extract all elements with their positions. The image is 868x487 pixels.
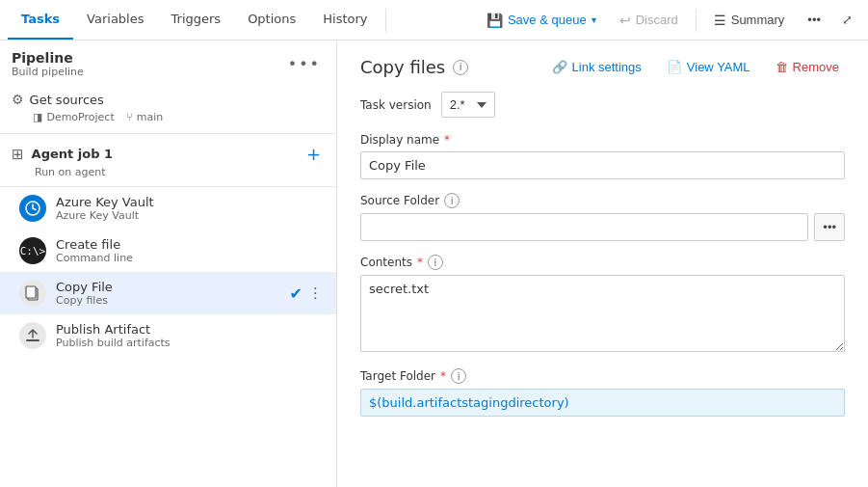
add-task-button[interactable]: + <box>302 142 325 166</box>
title-info-icon[interactable]: i <box>453 60 468 75</box>
task-check-icon: ✔ <box>290 284 302 303</box>
pipeline-more-button[interactable]: ••• <box>284 53 325 75</box>
publishartifact-desc: Publish build artifacts <box>56 337 325 349</box>
contents-label: Contents * i <box>360 255 845 270</box>
tab-options[interactable]: Options <box>234 0 309 40</box>
panel-actions: 🔗 Link settings 📄 View YAML 🗑 Remove <box>546 56 845 78</box>
source-folder-browse-button[interactable]: ••• <box>814 213 845 241</box>
source-folder-label: Source Folder i <box>360 193 845 208</box>
view-yaml-button[interactable]: 📄 View YAML <box>661 56 756 78</box>
remove-label: Remove <box>793 60 839 74</box>
summary-label: Summary <box>731 13 785 27</box>
tab-triggers[interactable]: Triggers <box>158 0 235 40</box>
target-folder-required: * <box>440 369 446 383</box>
save-icon: 💾 <box>487 13 503 28</box>
contents-row: Contents * i secret.txt <box>360 255 845 355</box>
get-sources-meta: ◨ DemoProject ⑂ main <box>33 111 325 123</box>
task-version-row: Task version 2.* 1.* 3.* <box>360 92 845 118</box>
createfile-content: Create file Command line <box>56 237 325 264</box>
expand-button[interactable]: ⤢ <box>834 8 860 32</box>
display-name-row: Display name * <box>360 133 845 179</box>
panel-header: Copy files i 🔗 Link settings 📄 View YAML… <box>360 56 845 78</box>
get-sources-section[interactable]: ⚙ Get sources ◨ DemoProject ⑂ main <box>0 84 336 134</box>
copyfile-name: Copy File <box>56 280 280 294</box>
save-queue-chevron: ▾ <box>592 14 596 25</box>
nav-tabs: Tasks Variables Triggers Options History <box>8 0 381 40</box>
agent-job-left: ⊞ Agent job 1 <box>12 146 113 163</box>
agent-job-header: ⊞ Agent job 1 + <box>12 142 325 166</box>
link-settings-button[interactable]: 🔗 Link settings <box>546 56 647 78</box>
action-separator <box>696 9 697 32</box>
view-yaml-label: View YAML <box>687 60 750 74</box>
tab-history[interactable]: History <box>309 0 381 40</box>
project-icon: ◨ <box>33 111 42 123</box>
more-icon: ••• <box>807 13 821 27</box>
get-sources-title: Get sources <box>30 93 104 107</box>
summary-icon: ☰ <box>714 13 726 28</box>
summary-button[interactable]: ☰ Summary <box>704 8 795 33</box>
contents-info-icon[interactable]: i <box>428 255 443 270</box>
copyfile-content: Copy File Copy files <box>56 280 280 307</box>
copyfile-more-button[interactable]: ⋮ <box>308 284 325 302</box>
task-item-publishartifact[interactable]: Publish Artifact Publish build artifacts <box>0 314 336 357</box>
task-item-createfile[interactable]: C:\> Create file Command line <box>0 230 336 272</box>
target-folder-input[interactable] <box>360 389 845 417</box>
nav-separator <box>385 9 386 32</box>
link-settings-label: Link settings <box>572 60 642 74</box>
target-folder-row: Target Folder * i <box>360 368 845 417</box>
remove-button[interactable]: 🗑 Remove <box>770 56 845 78</box>
project-meta: ◨ DemoProject <box>33 111 115 123</box>
task-version-select[interactable]: 2.* 1.* 3.* <box>441 92 495 118</box>
link-settings-icon: 🔗 <box>552 60 567 74</box>
task-item-copyfile[interactable]: Copy File Copy files ✔ ⋮ <box>0 272 336 314</box>
discard-button[interactable]: ↩ Discard <box>610 8 688 33</box>
agent-job-section: ⊞ Agent job 1 + Run on agent <box>0 134 336 187</box>
more-button[interactable]: ••• <box>798 8 830 32</box>
publishartifact-content: Publish Artifact Publish build artifacts <box>56 322 325 349</box>
copy-icon <box>19 280 46 307</box>
keyvault-name: Azure Key Vault <box>56 195 325 209</box>
top-nav-actions: 💾 Save & queue ▾ ↩ Discard ☰ Summary •••… <box>477 8 868 33</box>
target-folder-label: Target Folder * i <box>360 368 845 384</box>
tab-variables[interactable]: Variables <box>73 0 157 40</box>
svg-rect-3 <box>26 339 39 341</box>
display-name-input[interactable] <box>360 151 845 179</box>
save-queue-label: Save & queue <box>508 13 587 27</box>
task-item-keyvault[interactable]: Azure Key Vault Azure Key Vault <box>0 187 336 230</box>
publish-icon <box>19 322 46 349</box>
panel-title: Copy files <box>360 57 445 77</box>
get-sources-row: ⚙ Get sources <box>12 92 325 107</box>
target-folder-info-icon[interactable]: i <box>451 368 466 384</box>
keyvault-desc: Azure Key Vault <box>56 209 325 222</box>
undo-icon: ↩ <box>619 13 631 28</box>
pipeline-header: Pipeline Build pipeline ••• <box>0 41 336 84</box>
task-version-label: Task version <box>360 98 432 112</box>
source-folder-row: Source Folder i ••• <box>360 193 845 241</box>
project-name: DemoProject <box>46 111 114 123</box>
pipeline-subtitle: Build pipeline <box>12 66 84 78</box>
agent-job-subtitle: Run on agent <box>35 166 325 178</box>
source-folder-input[interactable] <box>360 213 808 241</box>
svg-rect-2 <box>26 286 36 298</box>
pipeline-title: Pipeline <box>12 50 84 66</box>
cmd-icon: C:\> <box>19 237 46 264</box>
right-panel: Copy files i 🔗 Link settings 📄 View YAML… <box>337 41 868 487</box>
createfile-name: Create file <box>56 237 325 252</box>
contents-textarea[interactable]: secret.txt <box>360 275 845 352</box>
discard-label: Discard <box>636 13 678 27</box>
display-name-required: * <box>444 133 450 147</box>
agent-job-icon: ⊞ <box>12 146 24 163</box>
main-area: Pipeline Build pipeline ••• ⚙ Get source… <box>0 41 868 487</box>
contents-required: * <box>417 256 423 269</box>
save-queue-button[interactable]: 💾 Save & queue ▾ <box>477 8 606 33</box>
agent-job-title: Agent job 1 <box>32 147 113 161</box>
tab-tasks[interactable]: Tasks <box>8 0 73 40</box>
source-folder-info-icon[interactable]: i <box>444 193 460 208</box>
yaml-icon: 📄 <box>667 60 682 74</box>
keyvault-icon <box>19 195 46 222</box>
panel-title-row: Copy files i <box>360 57 468 77</box>
pipeline-info: Pipeline Build pipeline <box>12 50 84 78</box>
sidebar: Pipeline Build pipeline ••• ⚙ Get source… <box>0 41 337 487</box>
get-sources-icon: ⚙ <box>12 92 24 107</box>
top-nav: Tasks Variables Triggers Options History… <box>0 0 868 41</box>
